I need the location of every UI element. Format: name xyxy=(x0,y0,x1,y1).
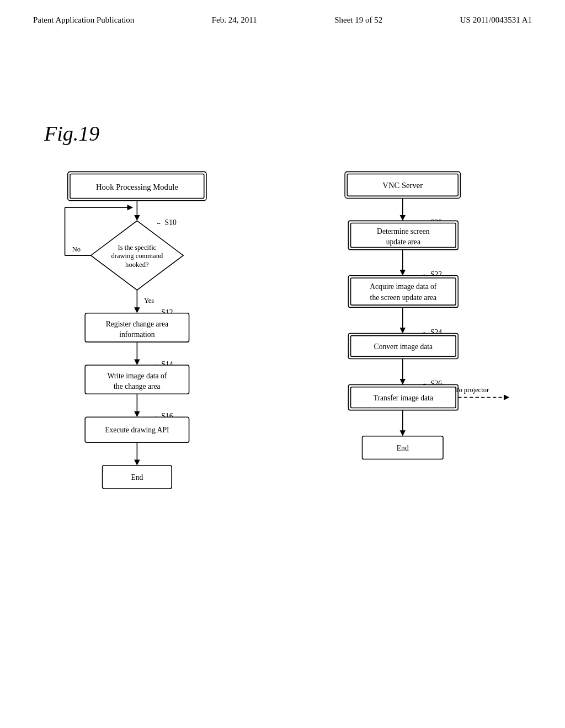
date-label: Feb. 24, 2011 xyxy=(212,15,257,25)
end-left-text: End xyxy=(131,473,143,481)
svg-marker-36 xyxy=(400,379,406,384)
write-image-text1: Write image data of xyxy=(107,372,167,380)
svg-marker-16 xyxy=(134,411,140,417)
determine-screen-text2: update area xyxy=(386,238,420,246)
s10-label: S10 xyxy=(165,218,177,227)
execute-api-text: Execute drawing API xyxy=(105,426,169,434)
diamond-text-3: hooked? xyxy=(125,261,149,269)
svg-marker-13 xyxy=(134,360,140,365)
register-change-text1: Register change area xyxy=(106,320,168,328)
svg-marker-10 xyxy=(134,307,140,313)
diamond-text-2: drawing command xyxy=(111,252,163,260)
svg-marker-32 xyxy=(400,328,406,333)
acquire-image-text2: the screen update area xyxy=(370,293,436,302)
svg-marker-8 xyxy=(127,205,133,210)
to-projector-label: To projector xyxy=(455,386,489,394)
svg-marker-3 xyxy=(134,215,140,221)
page-header: Patent Application Publication Feb. 24, … xyxy=(0,0,565,25)
transfer-image-text: Transfer image data xyxy=(374,394,433,402)
sheet-label: Sheet 19 of 52 xyxy=(334,15,382,25)
no-label: No xyxy=(72,245,81,253)
yes-label: Yes xyxy=(144,297,154,304)
svg-marker-24 xyxy=(400,215,406,221)
patent-label: US 2011/0043531 A1 xyxy=(460,15,532,25)
write-image-text2: the change area xyxy=(114,382,161,390)
publication-label: Patent Application Publication xyxy=(33,15,134,25)
acquire-image-text1: Acquire image data of xyxy=(370,282,437,291)
register-change-text2: information xyxy=(119,330,154,339)
end-right-text: End xyxy=(397,444,409,452)
convert-image-text: Convert image data xyxy=(374,342,433,351)
hook-module-label: Hook Processing Module xyxy=(96,183,178,191)
svg-marker-40 xyxy=(504,394,509,400)
diamond-text-1: Is the specific xyxy=(118,244,157,251)
vnc-server-label: VNC Server xyxy=(382,181,423,190)
determine-screen-text1: Determine screen xyxy=(377,227,430,235)
svg-marker-42 xyxy=(400,430,406,436)
svg-marker-19 xyxy=(134,460,140,465)
flowchart-diagram: Hook Processing Module S10 Is the specif… xyxy=(33,154,530,651)
svg-marker-28 xyxy=(400,270,406,275)
figure-title: Fig.19 xyxy=(44,121,99,146)
